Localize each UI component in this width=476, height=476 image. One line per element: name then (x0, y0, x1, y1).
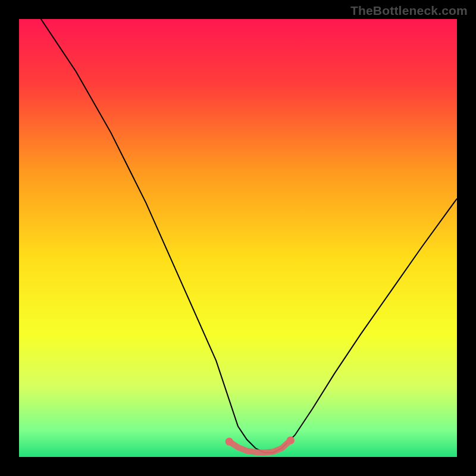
watermark-text: TheBottleneck.com (350, 4, 468, 18)
highlight-end-dot (226, 438, 233, 446)
chart-plot (19, 19, 457, 457)
chart-frame: TheBottleneck.com (0, 0, 476, 476)
highlight-end-dot (287, 436, 295, 444)
gradient-background (19, 19, 457, 457)
